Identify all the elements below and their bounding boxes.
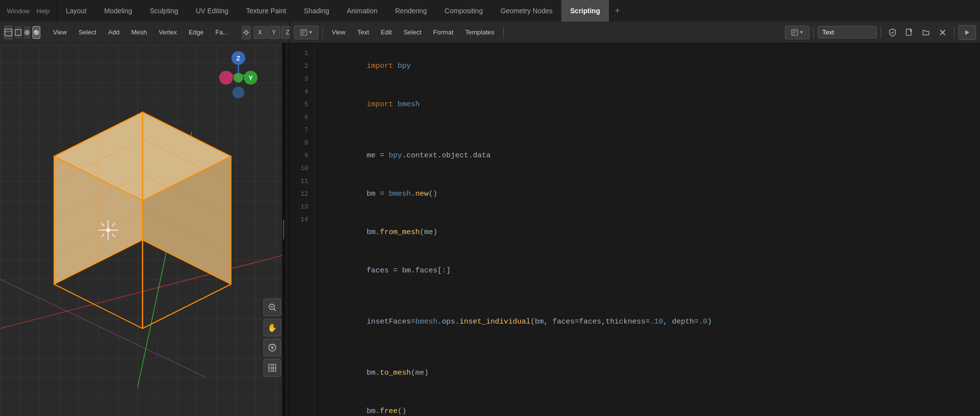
tab-rendering[interactable]: Rendering bbox=[386, 0, 436, 22]
code-content[interactable]: import bpy import bmesh me = bpy.context… bbox=[315, 43, 980, 416]
svg-rect-0 bbox=[5, 29, 12, 36]
svg-text:Z: Z bbox=[236, 55, 240, 62]
line-num-3: 3 bbox=[294, 73, 308, 86]
svg-line-19 bbox=[54, 284, 143, 328]
text-text-menu[interactable]: Text bbox=[352, 27, 374, 38]
svg-point-52 bbox=[271, 347, 274, 349]
svg-point-3 bbox=[25, 30, 30, 35]
tab-shading[interactable]: Shading bbox=[295, 0, 338, 22]
viewport-right-tools: ✋ bbox=[263, 298, 281, 377]
window-menu[interactable]: Window bbox=[4, 7, 32, 15]
line-num-2: 2 bbox=[294, 60, 308, 73]
text-file-name-input[interactable] bbox=[818, 26, 877, 38]
code-line-1: import bpy bbox=[322, 47, 972, 86]
svg-text:Y: Y bbox=[249, 74, 253, 82]
editor-type-dropdown-arrow: ▾ bbox=[309, 29, 312, 35]
run-script-btn[interactable] bbox=[958, 25, 976, 40]
panel-resize-handle[interactable] bbox=[282, 43, 285, 416]
line-num-9: 9 bbox=[294, 149, 308, 162]
svg-point-42 bbox=[233, 73, 243, 83]
svg-point-54 bbox=[274, 345, 276, 346]
tab-sculpting[interactable]: Sculpting bbox=[141, 0, 187, 22]
grid-tool-btn[interactable] bbox=[263, 359, 281, 377]
line-num-8: 8 bbox=[294, 137, 308, 149]
line-num-7: 7 bbox=[294, 124, 308, 137]
tab-layout[interactable]: Layout bbox=[57, 0, 95, 22]
tab-modeling[interactable]: Modeling bbox=[95, 0, 141, 22]
code-line-2: import bmesh bbox=[322, 86, 972, 124]
line-num-11: 11 bbox=[294, 175, 308, 188]
edge-menu-btn[interactable]: Edge bbox=[184, 27, 208, 38]
mesh-menu-btn[interactable]: Mesh bbox=[126, 27, 152, 38]
face-menu-btn[interactable]: Fa... bbox=[210, 27, 233, 38]
code-line-10 bbox=[322, 341, 972, 354]
text-edit-menu[interactable]: Edit bbox=[376, 27, 397, 38]
code-line-11: bm.to_mesh(me) bbox=[322, 354, 972, 392]
tab-uv-editing[interactable]: UV Editing bbox=[187, 0, 237, 22]
shield-check-icon[interactable] bbox=[885, 26, 900, 39]
tab-compositing[interactable]: Compositing bbox=[436, 0, 492, 22]
close-text-icon[interactable] bbox=[935, 26, 950, 39]
line-num-4: 4 bbox=[294, 86, 308, 98]
code-line-5: bm = bmesh.new() bbox=[322, 175, 972, 213]
zoom-tool-btn[interactable] bbox=[263, 298, 281, 316]
grab-tool-btn[interactable]: ✋ bbox=[263, 319, 281, 336]
svg-rect-56 bbox=[269, 364, 276, 371]
svg-line-44 bbox=[242, 75, 248, 76]
line-num-5: 5 bbox=[294, 98, 308, 111]
open-file-icon[interactable] bbox=[919, 26, 933, 39]
tab-animation[interactable]: Animation bbox=[338, 0, 386, 22]
svg-point-53 bbox=[269, 345, 271, 347]
vertex-menu-btn[interactable]: Vertex bbox=[154, 27, 182, 38]
tab-scripting[interactable]: Scripting bbox=[561, 0, 609, 22]
text-templates-menu[interactable]: Templates bbox=[461, 27, 499, 38]
add-menu-btn[interactable]: Add bbox=[103, 27, 124, 38]
viewport-shading-material[interactable] bbox=[32, 26, 40, 39]
axis-constraint-buttons: X Y Z bbox=[254, 26, 294, 39]
svg-point-4 bbox=[34, 30, 39, 35]
svg-rect-2 bbox=[15, 30, 21, 35]
svg-line-48 bbox=[274, 309, 276, 311]
code-editor[interactable]: 1 2 3 4 5 6 7 8 9 10 11 12 13 14 import … bbox=[290, 43, 980, 416]
help-menu[interactable]: Help bbox=[33, 7, 53, 15]
x-axis-btn[interactable]: X bbox=[254, 26, 266, 39]
line-num-6: 6 bbox=[294, 111, 308, 124]
line-num-1: 1 bbox=[294, 47, 308, 60]
text-editor-panel: ▾ View Text Edit Select Format Templates… bbox=[290, 22, 980, 416]
sep-t3 bbox=[813, 27, 814, 38]
select-menu-btn[interactable]: Select bbox=[74, 27, 101, 38]
3d-cube bbox=[15, 73, 270, 348]
svg-point-6 bbox=[245, 31, 248, 34]
camera-btn[interactable] bbox=[263, 339, 281, 357]
y-axis-btn[interactable]: Y bbox=[267, 26, 280, 39]
tab-texture-paint[interactable]: Texture Paint bbox=[237, 0, 295, 22]
tab-geometry-nodes[interactable]: Geometry Nodes bbox=[491, 0, 561, 22]
sep-t5 bbox=[954, 27, 954, 38]
viewport-canvas[interactable]: Z Y ✋ bbox=[0, 43, 285, 416]
add-workspace-button[interactable]: + bbox=[609, 0, 626, 22]
svg-point-5 bbox=[34, 30, 36, 32]
text-format-menu[interactable]: Format bbox=[428, 27, 458, 38]
text-editor-type-icon[interactable]: ▾ bbox=[294, 26, 318, 39]
text-view-menu[interactable]: View bbox=[327, 27, 350, 38]
code-line-4: me = bpy.context.object.data bbox=[322, 137, 972, 175]
text-editor-toolbar: ▾ View Text Edit Select Format Templates… bbox=[290, 22, 980, 43]
axis-gizmo[interactable]: Z Y bbox=[216, 48, 260, 102]
line-num-14: 14 bbox=[294, 213, 308, 226]
svg-point-46 bbox=[232, 87, 244, 98]
workspace-tabs: Window Help Layout Modeling Sculpting UV… bbox=[0, 0, 980, 22]
line-numbers: 1 2 3 4 5 6 7 8 9 10 11 12 13 14 bbox=[290, 43, 315, 416]
view-menu-btn[interactable]: View bbox=[48, 27, 72, 38]
code-line-3 bbox=[322, 124, 972, 137]
code-line-7: faces = bm.faces[:] bbox=[322, 252, 972, 290]
editor-type-icon[interactable] bbox=[4, 26, 13, 39]
code-line-6: bm.from_mesh(me) bbox=[322, 213, 972, 252]
viewport-shading-solid[interactable] bbox=[24, 26, 30, 39]
new-file-icon[interactable] bbox=[902, 26, 917, 39]
viewport-shading-wire[interactable] bbox=[15, 26, 22, 39]
transform-snap-icon[interactable] bbox=[242, 26, 251, 39]
line-num-10: 10 bbox=[294, 162, 308, 175]
text-editor-type-icon-right[interactable]: ▾ bbox=[785, 26, 809, 39]
text-select-menu[interactable]: Select bbox=[399, 27, 426, 38]
sep-t1 bbox=[322, 27, 323, 38]
